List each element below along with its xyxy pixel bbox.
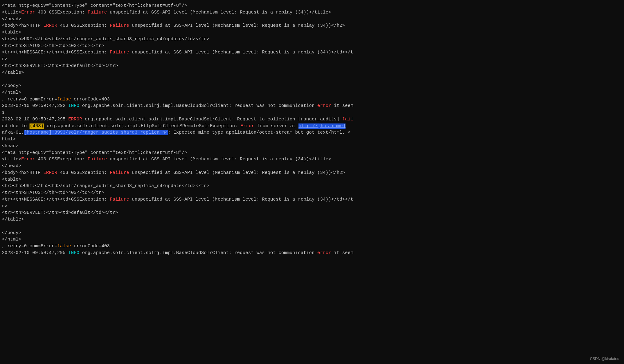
log-line: <meta http-equiv="Content-Type" content=… <box>2 150 622 156</box>
log-line: <tr><th>MESSAGE:</th><td>GSSException: F… <box>2 196 622 203</box>
log-line: <body><h2>HTTP ERROR 403 GSSException: F… <box>2 170 622 176</box>
log-line: <tr><th>STATUS:</th><td>403</td></tr> <box>2 43 622 49</box>
log-text: Failure <box>110 170 129 175</box>
log-text: Failure <box>110 23 129 28</box>
log-text: <meta http-equiv="Content-Type" content=… <box>2 3 187 8</box>
log-text: 2023-02-10 09:59:47,295 <box>2 117 68 122</box>
log-text: unspecified at GSS-API level (Mechanism … <box>129 50 298 55</box>
log-text: <tr><th>STATUS:</th><td>403</td></tr> <box>2 190 104 195</box>
log-line: ed due to (403) org.apache.solr.client.s… <box>2 123 622 130</box>
log-line: <meta http-equiv="Content-Type" content=… <box>2 2 622 9</box>
log-text: r> <box>2 57 7 62</box>
log-text: html> <box>2 137 16 142</box>
log-text: (34))</h2> <box>314 23 345 28</box>
log-text: </body> <box>2 230 21 236</box>
log-line: r> <box>2 203 622 210</box>
log-text: </body> <box>2 83 21 88</box>
log-text: 2023-02-10 09:59:47,292 <box>2 103 68 108</box>
log-text: http://[hostname] <box>298 123 346 129</box>
log-text: unspecified at GSS-API level (Mechanism … <box>129 170 298 175</box>
log-text: ERROR <box>43 170 57 175</box>
log-text: from server at <box>254 123 298 129</box>
log-text: [hostname]:8993/solr/ranger_audits_shard… <box>24 130 168 135</box>
log-text: <tr><th>MESSAGE:</th><td>GSSException: <box>2 197 110 202</box>
log-text: 403 GSSException: <box>35 10 88 15</box>
log-text: org.apache.solr.client.solrj.impl.BaseCl… <box>79 250 317 256</box>
log-line: </table> <box>2 69 622 76</box>
log-text: Failure <box>110 197 129 202</box>
log-text: fail <box>342 117 353 122</box>
log-line: afka-01.[hostname]:8993/solr/ranger_audi… <box>2 129 622 136</box>
log-text: org.apache.solr.client.solrj.impl.HttpSo… <box>44 123 240 129</box>
log-text: org.apache.solr.client.solrj.impl.BaseCl… <box>82 117 342 122</box>
log-text: INFO <box>68 103 79 108</box>
log-line: </html> <box>2 89 622 96</box>
log-line: <table> <box>2 29 622 36</box>
log-line: , retry=0 commError=false errorCode=403 <box>2 96 622 103</box>
log-text: Error <box>240 123 254 129</box>
log-text: it seem <box>331 250 353 256</box>
log-line: <title>Error 403 GSSException: Failure u… <box>2 9 622 16</box>
log-text: errorCode=403 <box>71 97 110 102</box>
log-text: unspecified at GSS-API level (Mechanism … <box>107 10 276 15</box>
log-text: ERROR <box>68 117 82 122</box>
log-text: </html> <box>2 90 21 95</box>
log-line: <tr><th>SERVLET:</th><td>default</td></t… <box>2 209 622 216</box>
log-text: errorCode=403 <box>71 244 110 249</box>
log-text: Failure <box>88 157 107 162</box>
log-text: <tr><th>STATUS:</th><td>403</td></tr> <box>2 43 104 49</box>
log-text: Error <box>21 10 35 15</box>
log-container: <meta http-equiv="Content-Type" content=… <box>1 2 623 256</box>
log-text: s <box>2 110 5 115</box>
log-text: replay <box>276 157 292 162</box>
log-line: , retry=0 commError=false errorCode=403 <box>2 243 622 250</box>
log-text: </table> <box>2 70 24 75</box>
log-text: unspecified at GSS-API level (Mechanism … <box>129 23 298 28</box>
log-text: <tr><th>SERVLET:</th><td>default</td></t… <box>2 63 118 68</box>
log-text: Failure <box>88 10 107 15</box>
log-text: it seem <box>331 103 353 108</box>
log-text: ERROR <box>43 23 57 28</box>
log-line: </body> <box>2 230 622 237</box>
log-text: (34))</title> <box>292 10 331 15</box>
log-line: s <box>2 109 622 116</box>
watermark: CSDN @kirafatoc <box>590 356 619 362</box>
log-text: org.apache.solr.client.solrj.impl.BaseCl… <box>79 103 317 108</box>
log-line: 2023-02-10 09:59:47,295 ERROR org.apache… <box>2 116 622 123</box>
log-text: replay <box>298 50 314 55</box>
log-line: </html> <box>2 236 622 243</box>
log-line <box>2 76 622 83</box>
log-text: Failure <box>110 50 129 55</box>
log-text: error <box>317 103 331 108</box>
log-text: <tr><th>MESSAGE:</th><td>GSSException: <box>2 50 110 55</box>
log-text: r> <box>2 204 7 209</box>
log-text: </html> <box>2 237 21 242</box>
log-text: , retry=0 commError= <box>2 97 57 102</box>
log-line: 2023-02-10 09:59:47,292 INFO org.apache.… <box>2 103 622 109</box>
log-text: false <box>57 97 71 102</box>
log-text: (403) <box>30 123 44 129</box>
log-text: <title> <box>2 157 21 162</box>
log-text: INFO <box>68 250 79 256</box>
log-text: </table> <box>2 217 24 222</box>
log-text: Error <box>21 157 35 162</box>
log-line: <title>Error 403 GSSException: Failure u… <box>2 156 622 163</box>
log-text: 403 GSSException: <box>57 23 110 28</box>
log-text: afka-01. <box>2 130 24 135</box>
log-text: false <box>57 244 71 249</box>
log-text: 403 GSSException: <box>57 170 110 175</box>
log-line: <table> <box>2 176 622 183</box>
log-text: ed due to <box>2 123 30 129</box>
log-line: </table> <box>2 216 622 223</box>
log-line: <tr><th>URI:</th><td>/solr/ranger_audits… <box>2 36 622 43</box>
log-text: 403 GSSException: <box>35 157 88 162</box>
log-line: <tr><th>STATUS:</th><td>403</td></tr> <box>2 190 622 196</box>
log-line <box>2 223 622 230</box>
log-line: <tr><th>MESSAGE:</th><td>GSSException: F… <box>2 49 622 56</box>
log-text: 2023-02-10 09:59:47,295 <box>2 250 68 256</box>
log-text: <tr><th>URI:</th><td>/solr/ranger_audits… <box>2 183 209 189</box>
log-text: <tr><th>URI:</th><td>/solr/ranger_audits… <box>2 37 209 42</box>
log-text: </head> <box>2 163 21 169</box>
log-line: 2023-02-10 09:59:47,295 INFO org.apache.… <box>2 250 622 256</box>
log-text: : Expected mime type application/octet-s… <box>168 130 350 135</box>
